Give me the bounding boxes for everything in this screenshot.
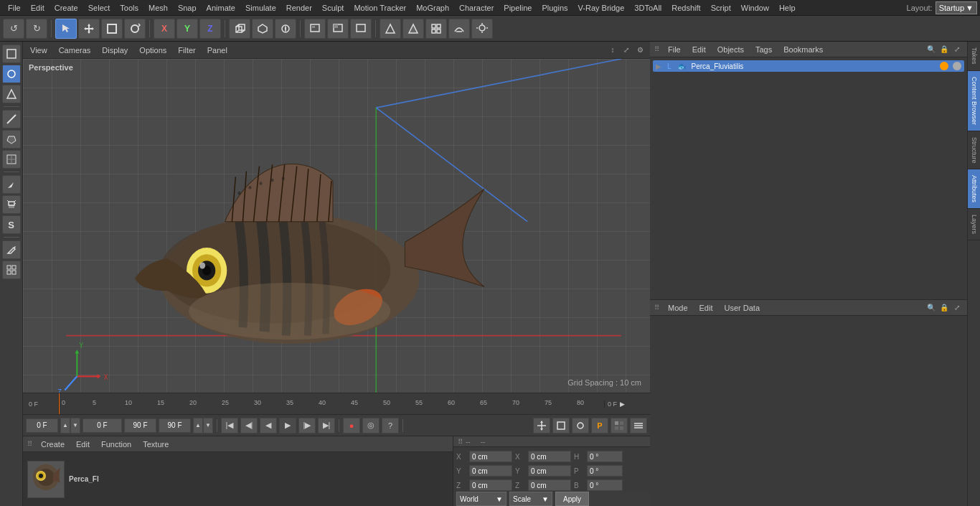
viewport-icon-settings[interactable]: ⚙ xyxy=(634,44,646,56)
attrs-search-icon[interactable]: 🔍 xyxy=(925,302,937,314)
menu-mesh[interactable]: Mesh xyxy=(143,2,173,14)
viewport-menu-options[interactable]: Options xyxy=(136,44,169,56)
objects-menu[interactable]: Objects xyxy=(715,44,747,55)
frame-step-up[interactable]: ▲ xyxy=(60,418,70,434)
next-frame-button[interactable]: |▶ xyxy=(298,418,316,434)
menu-edit[interactable]: Edit xyxy=(26,2,50,14)
render-region[interactable] xyxy=(304,19,326,39)
move-tool[interactable] xyxy=(78,19,100,39)
attrs-mode-menu[interactable]: Mode xyxy=(665,303,691,313)
viewport-menu-filter[interactable]: Filter xyxy=(175,44,198,56)
tab-takes[interactable]: Takes xyxy=(968,42,980,71)
attrs-expand-icon[interactable]: ⤢ xyxy=(951,302,963,314)
menu-animate[interactable]: Animate xyxy=(202,2,240,14)
objects-edit-menu[interactable]: Edit xyxy=(689,44,709,55)
end-frame-step-up[interactable]: ▲ xyxy=(193,418,203,434)
object-row-fish[interactable]: ▶ L 🐟 Perca_Fluviatilis xyxy=(653,60,964,72)
shading-button[interactable] xyxy=(380,19,401,39)
uvw-mode-button[interactable] xyxy=(2,150,21,169)
tab-structure[interactable]: Structure xyxy=(968,131,980,170)
current-frame-input[interactable] xyxy=(83,418,122,433)
normal-button[interactable] xyxy=(448,19,470,39)
world-dropdown[interactable]: World ▼ xyxy=(456,492,507,506)
transform-grid[interactable] xyxy=(611,418,628,434)
scene-tool[interactable] xyxy=(275,19,296,39)
axis-x-button[interactable]: X xyxy=(154,19,175,39)
b-input[interactable] xyxy=(587,479,623,491)
x-pos-input[interactable] xyxy=(469,451,512,462)
s-tool[interactable]: S xyxy=(2,215,21,234)
y-rot-input[interactable] xyxy=(528,465,571,477)
transform-rotate[interactable] xyxy=(572,418,589,434)
viewport-menu-display[interactable]: Display xyxy=(99,44,131,56)
timeline[interactable]: 0 F 0 5 10 15 20 25 30 35 40 45 50 55 60… xyxy=(23,393,650,414)
tab-layers[interactable]: Layers xyxy=(968,209,980,240)
attrs-edit-menu[interactable]: Edit xyxy=(697,303,716,313)
p-input[interactable] xyxy=(587,465,623,477)
menu-character[interactable]: Character xyxy=(454,2,499,14)
cube-tool[interactable] xyxy=(229,19,250,39)
end-frame-input[interactable] xyxy=(124,418,156,433)
viewport-3d[interactable]: X Y Z Perspective Grid Spacing : 10 cm xyxy=(23,59,650,393)
edge-mode-button[interactable] xyxy=(2,110,21,128)
light-button[interactable] xyxy=(471,19,493,39)
knife-tool[interactable] xyxy=(2,175,21,194)
texture-menu[interactable]: Texture xyxy=(140,439,171,449)
select-tool[interactable] xyxy=(55,19,77,39)
menu-script[interactable]: Script xyxy=(706,2,736,14)
rotate-tool[interactable] xyxy=(124,19,146,39)
edit-menu[interactable]: Edit xyxy=(73,439,93,449)
material-thumbnail[interactable] xyxy=(27,461,65,498)
end-frame-input2[interactable] xyxy=(159,418,191,433)
menu-help[interactable]: Help xyxy=(774,2,801,14)
h-input[interactable] xyxy=(587,451,623,462)
y-pos-input[interactable] xyxy=(469,465,512,477)
viewport-icon-move[interactable]: ↕ xyxy=(607,44,618,56)
menu-mograph[interactable]: MoGraph xyxy=(411,2,454,14)
lock-icon[interactable]: 🔒 xyxy=(938,44,950,55)
x-rot-input[interactable] xyxy=(528,451,571,462)
timeline-ruler[interactable]: 0 5 10 15 20 25 30 35 40 45 50 55 60 65 … xyxy=(59,393,604,415)
wireframe-button[interactable] xyxy=(425,19,447,39)
render-active[interactable] xyxy=(327,19,349,39)
edge-button[interactable] xyxy=(402,19,424,39)
menu-redshift[interactable]: Redshift xyxy=(666,2,705,14)
scale-tool[interactable] xyxy=(101,19,123,39)
function-menu[interactable]: Function xyxy=(98,439,134,449)
transform-pivot[interactable]: P xyxy=(591,418,608,434)
z-rot-input[interactable] xyxy=(528,479,571,491)
prev-play-button[interactable]: ◀ xyxy=(260,418,277,434)
bookmarks-menu[interactable]: Bookmarks xyxy=(781,44,826,55)
attrs-lock-icon[interactable]: 🔒 xyxy=(938,302,950,314)
model-mode-button[interactable] xyxy=(2,44,21,63)
start-frame-input[interactable] xyxy=(26,418,58,433)
viewport-icon-maximize[interactable]: ⤢ xyxy=(621,44,632,56)
axis-y-button[interactable]: Y xyxy=(176,19,198,39)
menu-3dtoall[interactable]: 3DToAll xyxy=(629,2,666,14)
transform-move[interactable] xyxy=(533,418,550,434)
menu-plugins[interactable]: Plugins xyxy=(537,2,573,14)
goto-end-button[interactable]: ▶| xyxy=(318,418,335,434)
undo-button[interactable]: ↺ xyxy=(3,19,24,39)
menu-tools[interactable]: Tools xyxy=(115,2,143,14)
menu-render[interactable]: Render xyxy=(281,2,317,14)
polygon-mode-button[interactable] xyxy=(2,130,21,149)
menu-snap[interactable]: Snap xyxy=(173,2,202,14)
record-button[interactable]: ● xyxy=(343,418,360,434)
extrude-tool[interactable] xyxy=(2,195,21,214)
objects-file-menu[interactable]: File xyxy=(665,44,684,55)
tab-attributes[interactable]: Attributes xyxy=(968,169,980,209)
tab-content-browser[interactable]: Content Browser xyxy=(968,71,980,131)
menu-file[interactable]: File xyxy=(3,2,26,14)
end-frame-step-down[interactable]: ▼ xyxy=(203,418,213,434)
create-menu[interactable]: Create xyxy=(38,439,67,449)
apply-button[interactable]: Apply xyxy=(555,492,589,506)
menu-sculpt[interactable]: Sculpt xyxy=(317,2,349,14)
frame-step-down[interactable]: ▼ xyxy=(70,418,80,434)
expand-icon[interactable]: ⤢ xyxy=(951,44,963,55)
viewport-menu-view[interactable]: View xyxy=(27,44,50,56)
menu-select[interactable]: Select xyxy=(83,2,116,14)
texture-mode-button[interactable] xyxy=(2,85,21,103)
tags-menu[interactable]: Tags xyxy=(753,44,775,55)
prev-frame-button[interactable]: ◀| xyxy=(240,418,258,434)
